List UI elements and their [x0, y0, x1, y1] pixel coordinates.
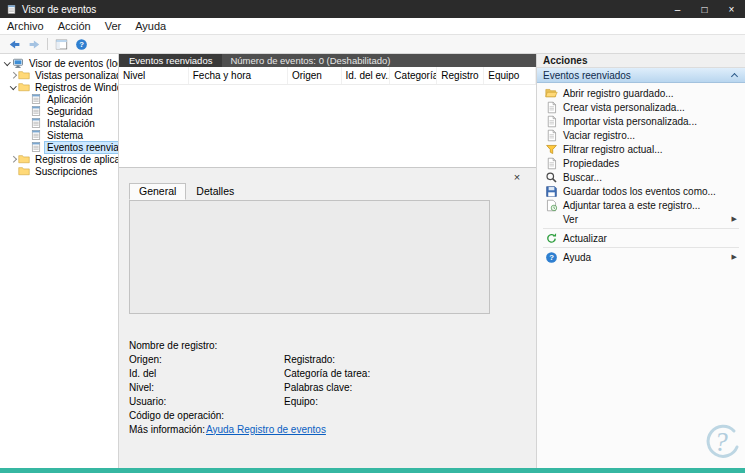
forward-button[interactable]	[24, 36, 44, 52]
menu-archivo[interactable]: Archivo	[0, 18, 51, 34]
close-preview-button[interactable]: ×	[510, 171, 524, 184]
action-label: Filtrar registro actual...	[563, 144, 662, 155]
task-category-label: Categoría de tarea:	[284, 368, 528, 379]
more-info-label: Más información:	[129, 424, 206, 435]
toolbar	[0, 35, 745, 54]
field-row: Usuario: Equipo:	[129, 394, 528, 408]
tree-item-label: Eventos reenviados	[45, 142, 118, 153]
chevron-placeholder	[20, 106, 30, 116]
action-buscar[interactable]: Buscar...	[537, 170, 745, 184]
opcode-label: Código de operación:	[129, 410, 284, 421]
chevron-down-icon[interactable]	[2, 58, 12, 68]
chevron-placeholder	[8, 166, 18, 176]
actions-section-eventos-reenviados[interactable]: Eventos reenviados	[537, 68, 745, 83]
main-area: Visor de eventos (local) Vistas personal…	[0, 54, 745, 468]
tree-item-registros-de-aplicaciones[interactable]: Registros de aplicaciones y s	[0, 153, 118, 165]
find-icon	[545, 171, 558, 184]
action-crear-vista-personalizada[interactable]: Crear vista personalizada...	[537, 100, 745, 114]
chevron-down-icon[interactable]	[8, 82, 18, 92]
action-adjuntar-tarea[interactable]: Adjuntar tarea a este registro...	[537, 198, 745, 212]
action-vaciar-registro[interactable]: Vaciar registro...	[537, 128, 745, 142]
back-button[interactable]	[4, 36, 24, 52]
chevron-placeholder	[20, 94, 30, 104]
column-header-fecha-y-hora[interactable]: Fecha y hora	[189, 67, 288, 84]
column-header-nivel[interactable]: Nivel	[119, 67, 189, 84]
menu-accion[interactable]: Acción	[51, 18, 98, 34]
help-button[interactable]	[71, 36, 91, 52]
import-view-icon	[545, 115, 558, 128]
column-header-equipo[interactable]: Equipo	[484, 67, 536, 84]
window-controls: – □ ×	[664, 0, 745, 18]
help-icon	[545, 251, 558, 264]
event-log-icon	[30, 117, 42, 129]
tree-item-vistas-personalizadas[interactable]: Vistas personalizadas	[0, 69, 118, 81]
tree-item-label: Sistema	[45, 130, 85, 141]
tree-item-instalacion[interactable]: Instalación	[0, 117, 118, 129]
event-log-icon	[30, 93, 42, 105]
task-icon	[545, 199, 558, 212]
folder-icon	[18, 81, 30, 93]
tree-item-sistema[interactable]: Sistema	[0, 129, 118, 141]
action-propiedades[interactable]: Propiedades	[537, 156, 745, 170]
back-arrow-icon	[8, 38, 21, 51]
field-row: Código de operación:	[129, 408, 528, 422]
action-importar-vista-personalizada[interactable]: Importar vista personalizada...	[537, 114, 745, 128]
menu-ayuda[interactable]: Ayuda	[128, 18, 173, 34]
field-row: Nombre de registro:	[129, 338, 528, 352]
tree-item-eventos-reenviados[interactable]: Eventos reenviados	[0, 141, 118, 153]
tree-item-seguridad[interactable]: Seguridad	[0, 105, 118, 117]
action-filtrar-registro-actual[interactable]: Filtrar registro actual...	[537, 142, 745, 156]
tree-item-suscripciones[interactable]: Suscripciones	[0, 165, 118, 177]
tree-item-aplicacion[interactable]: Aplicación	[0, 93, 118, 105]
submenu-arrow-icon	[732, 215, 737, 223]
toolbar-separator	[47, 38, 48, 50]
action-label: Actualizar	[563, 233, 607, 244]
column-header-id-evento[interactable]: Id. del ev...	[342, 67, 391, 84]
event-log-help-link[interactable]: Ayuda Registro de eventos	[206, 424, 326, 435]
open-folder-icon	[545, 87, 558, 100]
chevron-right-icon[interactable]	[8, 154, 18, 164]
action-label: Ayuda	[563, 252, 591, 263]
event-log-icon	[30, 141, 42, 153]
tab-detalles[interactable]: Detalles	[186, 183, 244, 200]
results-pane-header: Eventos reenviados Número de eventos: 0 …	[119, 54, 536, 67]
user-label: Usuario:	[129, 396, 284, 407]
tree-item-label: Visor de eventos (local)	[27, 58, 118, 69]
chevron-placeholder	[20, 130, 30, 140]
action-guardar-todos-los-eventos[interactable]: Guardar todos los eventos como...	[537, 184, 745, 198]
column-header-categoria[interactable]: Categoría...	[390, 67, 437, 84]
close-button[interactable]: ×	[718, 0, 745, 18]
field-row: Origen: Registrado:	[129, 352, 528, 366]
event-description-box	[129, 200, 490, 314]
app-icon	[6, 4, 17, 15]
source-label: Origen:	[129, 354, 284, 365]
event-log-icon	[30, 105, 42, 117]
center-panel: Eventos reenviados Número de eventos: 0 …	[119, 54, 537, 468]
tree-item-registros-de-windows[interactable]: Registros de Windows	[0, 81, 118, 93]
computer-icon	[12, 57, 24, 69]
maximize-button[interactable]: □	[691, 0, 718, 18]
tree-item-visor-de-eventos[interactable]: Visor de eventos (local)	[0, 57, 118, 69]
logged-label: Registrado:	[284, 354, 528, 365]
chevron-up-icon[interactable]	[730, 71, 739, 80]
menu-ver[interactable]: Ver	[98, 18, 129, 34]
computer-label: Equipo:	[284, 396, 528, 407]
show-console-tree-button[interactable]	[51, 36, 71, 52]
tab-general[interactable]: General	[129, 183, 186, 200]
column-header-origen[interactable]: Origen	[288, 67, 342, 84]
chevron-placeholder	[20, 118, 30, 128]
action-ver[interactable]: Ver	[537, 212, 745, 226]
column-header-registro[interactable]: Registro	[437, 67, 484, 84]
bottom-strip	[0, 468, 745, 473]
menubar: Archivo Acción Ver Ayuda	[0, 18, 745, 35]
chevron-right-icon[interactable]	[8, 70, 18, 80]
action-actualizar[interactable]: Actualizar	[537, 231, 745, 245]
action-abrir-registro-guardado[interactable]: Abrir registro guardado...	[537, 86, 745, 100]
actions-pane: Acciones Eventos reenviados Abrir regist…	[537, 54, 745, 468]
actions-section-label: Eventos reenviados	[543, 70, 631, 81]
event-list-empty-area	[119, 85, 536, 167]
field-row: Id. del Categoría de tarea:	[129, 366, 528, 380]
console-tree-icon	[55, 38, 68, 51]
minimize-button[interactable]: –	[664, 0, 691, 18]
action-ayuda[interactable]: Ayuda	[537, 250, 745, 264]
